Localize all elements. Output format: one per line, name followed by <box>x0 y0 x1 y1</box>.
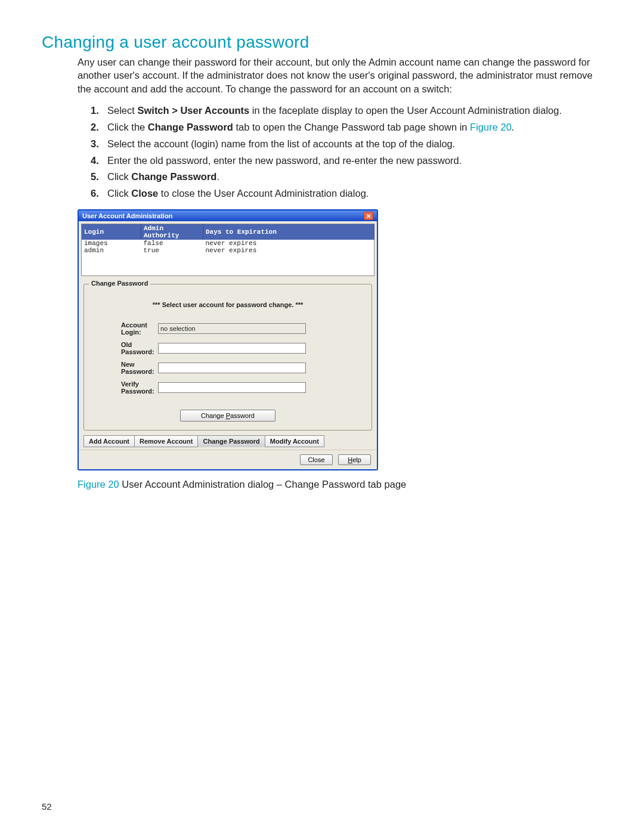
account-login-field[interactable]: no selection <box>158 323 306 334</box>
step-5: Click Change Password. <box>107 170 602 184</box>
intro-paragraph: Any user can change their password for t… <box>78 55 602 95</box>
select-account-hint: *** Select user account for password cha… <box>91 301 364 308</box>
close-button[interactable]: Close <box>300 454 333 465</box>
tab-add-account[interactable]: Add Account <box>83 435 135 447</box>
step-2: Click the Change Password tab to open th… <box>107 120 602 135</box>
close-icon[interactable]: ✕ <box>364 212 373 220</box>
accounts-table[interactable]: Login Admin Authority Days to Expiration… <box>81 224 374 276</box>
dialog-titlebar: User Account Administration ✕ <box>79 210 377 221</box>
help-button[interactable]: Help <box>338 454 371 465</box>
change-password-groupbox: Change Password *** Select user account … <box>83 284 372 431</box>
tab-modify-account[interactable]: Modify Account <box>265 435 324 447</box>
user-account-admin-dialog: User Account Administration ✕ Login Admi… <box>78 209 378 470</box>
col-admin[interactable]: Admin Authority <box>141 224 203 240</box>
steps-list: Select Switch > User Accounts in the fac… <box>83 104 602 202</box>
section-heading: Changing a user account password <box>42 33 602 52</box>
page-number: 52 <box>42 801 52 812</box>
label-old-password: Old Password: <box>91 341 158 355</box>
groupbox-title: Change Password <box>89 280 150 287</box>
change-password-button[interactable]: Change Password <box>180 410 275 422</box>
step-4: Enter the old password, enter the new pa… <box>107 154 602 168</box>
table-row[interactable]: imagesfalsenever expires <box>82 240 374 247</box>
new-password-input[interactable] <box>158 363 306 373</box>
step-3: Select the account (login) name from the… <box>107 137 602 151</box>
label-verify-password: Verify Password: <box>91 380 158 395</box>
step-6: Click Close to close the User Account Ad… <box>107 187 602 201</box>
label-account-login: Account Login: <box>91 321 158 336</box>
step-1: Select Switch > User Accounts in the fac… <box>107 104 602 118</box>
col-login[interactable]: Login <box>82 224 141 240</box>
figure-link[interactable]: Figure 20 <box>470 122 512 132</box>
col-days[interactable]: Days to Expiration <box>203 224 374 240</box>
old-password-input[interactable] <box>158 343 306 354</box>
verify-password-input[interactable] <box>158 382 306 393</box>
dialog-title-text: User Account Administration <box>82 212 172 219</box>
table-row[interactable]: admintruenever expires <box>82 247 374 276</box>
tab-change-password[interactable]: Change Password <box>197 435 265 447</box>
figure-caption: Figure 20 User Account Administration di… <box>78 479 602 490</box>
dialog-tabs: Add Account Remove Account Change Passwo… <box>83 435 372 447</box>
label-new-password: New Password: <box>91 361 158 375</box>
tab-remove-account[interactable]: Remove Account <box>134 435 198 447</box>
